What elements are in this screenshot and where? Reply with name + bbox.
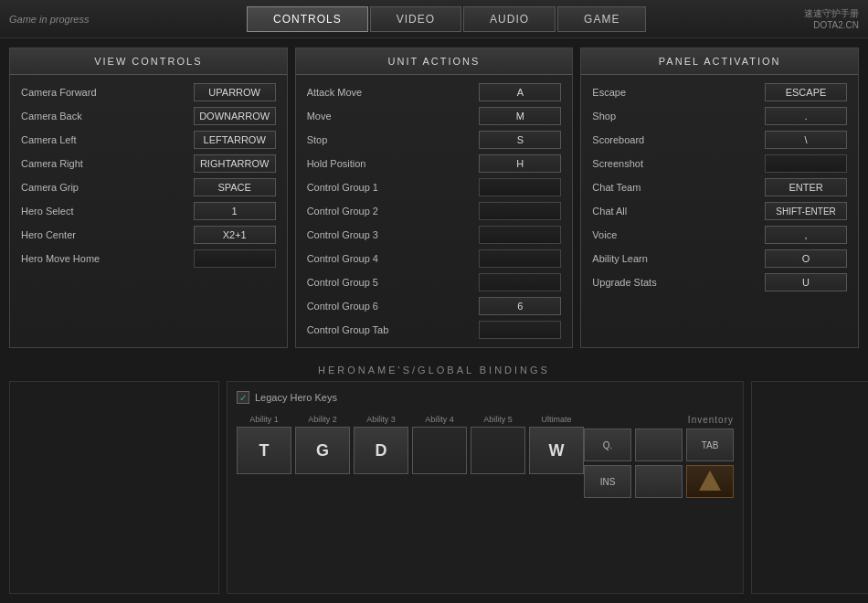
key-control-group-5[interactable] <box>479 273 561 291</box>
tab-navigation: CONTROLS VIDEO AUDIO GAME <box>247 6 646 32</box>
table-row: Attack Move A <box>303 80 566 104</box>
panel-unit-actions: UNIT ACTIONS Attack Move A Move M Stop S… <box>295 48 574 348</box>
key-camera-left[interactable]: LEFTARROW <box>194 131 276 149</box>
table-row: Upgrade Stats U <box>588 270 851 294</box>
table-row: Scoreboard \ <box>588 128 851 152</box>
ability-col-2: Ability 2 G <box>295 415 350 474</box>
panel-view-controls-body: Camera Forward UPARROW Camera Back DOWNA… <box>10 75 287 276</box>
ability-col-4: Ability 4 <box>412 415 467 474</box>
table-row: Ability Learn O <box>588 247 851 270</box>
hero-center-panel: ✓ Legacy Hero Keys Ability 1 T <box>227 381 744 594</box>
ability-2-key[interactable]: G <box>295 427 350 474</box>
key-shop[interactable]: . <box>765 107 847 125</box>
inventory-slot-5[interactable] <box>635 465 683 498</box>
table-row: Control Group 5 <box>303 270 566 294</box>
table-row: Camera Left LEFTARROW <box>17 128 280 152</box>
ability-5-key[interactable] <box>471 427 525 474</box>
key-control-group-tab[interactable] <box>479 321 561 339</box>
key-hero-center[interactable]: X2+1 <box>194 226 276 244</box>
key-control-group-6[interactable]: 6 <box>479 297 561 315</box>
key-move[interactable]: M <box>479 107 561 125</box>
table-row: Control Group 3 <box>303 223 566 247</box>
panel-unit-actions-title: UNIT ACTIONS <box>296 48 573 75</box>
panels-row: VIEW CONTROLS Camera Forward UPARROW Cam… <box>0 38 868 355</box>
table-row: Move M <box>303 104 566 128</box>
top-bar: Game in progress CONTROLS VIDEO AUDIO GA… <box>0 0 868 38</box>
table-row: Chat Team ENTER <box>588 175 851 199</box>
legacy-keys-row: ✓ Legacy Hero Keys <box>237 391 734 404</box>
inventory-slot-4[interactable]: INS <box>584 465 631 498</box>
table-row: Hero Select 1 <box>17 199 280 223</box>
key-upgrade-stats[interactable]: U <box>765 273 847 291</box>
panel-panel-activation: PANEL ACTIVATION Escape ESCAPE Shop . Sc… <box>580 48 859 348</box>
table-row: Hero Center X2+1 <box>17 223 280 247</box>
key-camera-grip[interactable]: SPACE <box>194 178 276 196</box>
table-row: Control Group Tab <box>303 318 566 342</box>
hero-ability-area: Ability 1 T Ability 2 G Ability 3 <box>237 415 734 498</box>
tab-video[interactable]: VIDEO <box>370 6 461 32</box>
ability-1-key[interactable]: T <box>237 427 291 474</box>
inventory-slot-6[interactable] <box>686 465 734 498</box>
key-attack-move[interactable]: A <box>479 83 561 101</box>
ability-4-key[interactable] <box>412 427 467 474</box>
watermark: 速速守护手册 DOTA2.CN <box>804 7 859 30</box>
abilities-grid: Ability 1 T Ability 2 G Ability 3 <box>237 415 584 474</box>
table-row: Camera Back DOWNARROW <box>17 104 280 128</box>
key-stop[interactable]: S <box>479 131 561 149</box>
key-control-group-3[interactable] <box>479 226 561 244</box>
key-chat-all[interactable]: SHIFT-ENTER <box>765 202 847 220</box>
panel-view-controls: VIEW CONTROLS Camera Forward UPARROW Cam… <box>9 48 288 348</box>
tab-game[interactable]: GAME <box>557 6 646 32</box>
ability-col-3: Ability 3 D <box>354 415 408 474</box>
ability-col-5: Ability 5 <box>471 415 525 474</box>
table-row: Voice , <box>588 223 851 247</box>
table-row: Control Group 4 <box>303 247 566 270</box>
bottom-section: HERONAME'S/GLOBAL BINDINGS ✓ Legacy Hero… <box>0 355 868 603</box>
table-row: Screenshot <box>588 152 851 175</box>
panel-panel-activation-body: Escape ESCAPE Shop . Scoreboard \ Screen… <box>581 75 858 300</box>
legacy-hero-keys-checkbox[interactable]: ✓ <box>237 391 249 404</box>
hero-bindings-area: ✓ Legacy Hero Keys Ability 1 T <box>0 381 868 603</box>
table-row: Escape ESCAPE <box>588 80 851 104</box>
key-screenshot[interactable] <box>765 154 847 173</box>
ability-col-1: Ability 1 T <box>237 415 291 474</box>
key-camera-back[interactable]: DOWNARROW <box>194 107 276 125</box>
hero-left-panel <box>9 381 219 594</box>
hero-bindings-title: HERONAME'S/GLOBAL BINDINGS <box>0 355 868 381</box>
inventory-slot-2[interactable] <box>635 428 683 461</box>
inventory-icon <box>696 468 724 495</box>
table-row: Chat All SHIFT-ENTER <box>588 199 851 223</box>
ability-ultimate-key[interactable]: W <box>529 427 584 474</box>
inventory-slot-1[interactable]: Q. <box>584 428 631 461</box>
inventory-label: Inventory <box>688 415 734 425</box>
ability-3-key[interactable]: D <box>354 427 408 474</box>
key-camera-forward[interactable]: UPARROW <box>194 83 276 101</box>
tab-audio[interactable]: AUDIO <box>463 6 556 32</box>
tab-controls[interactable]: CONTROLS <box>247 6 368 32</box>
hero-right-panel <box>751 381 868 594</box>
key-chat-team[interactable]: ENTER <box>765 178 847 196</box>
key-hold-position[interactable]: H <box>479 154 561 173</box>
inventory-section: Inventory Q. TAB INS <box>584 415 734 498</box>
key-control-group-4[interactable] <box>479 249 561 268</box>
key-control-group-2[interactable] <box>479 202 561 220</box>
table-row: Shop . <box>588 104 851 128</box>
table-row: Stop S <box>303 128 566 152</box>
main-content: VIEW CONTROLS Camera Forward UPARROW Cam… <box>0 38 868 603</box>
inventory-grid: Q. TAB INS <box>584 428 734 498</box>
inventory-slot-3[interactable]: TAB <box>686 428 734 461</box>
key-camera-right[interactable]: RIGHTARROW <box>194 154 276 173</box>
table-row: Control Group 1 <box>303 175 566 199</box>
ability-col-ultimate: Ultimate W <box>529 415 584 474</box>
panel-unit-actions-body: Attack Move A Move M Stop S Hold Positio… <box>296 75 573 347</box>
table-row: Control Group 2 <box>303 199 566 223</box>
key-hero-select[interactable]: 1 <box>194 202 276 220</box>
key-control-group-1[interactable] <box>479 178 561 196</box>
key-scoreboard[interactable]: \ <box>765 131 847 149</box>
table-row: Camera Grip SPACE <box>17 175 280 199</box>
legacy-hero-keys-label: Legacy Hero Keys <box>255 392 337 403</box>
key-ability-learn[interactable]: O <box>765 249 847 268</box>
key-escape[interactable]: ESCAPE <box>765 83 847 101</box>
key-hero-move-home[interactable] <box>194 249 276 268</box>
key-voice[interactable]: , <box>765 226 847 244</box>
